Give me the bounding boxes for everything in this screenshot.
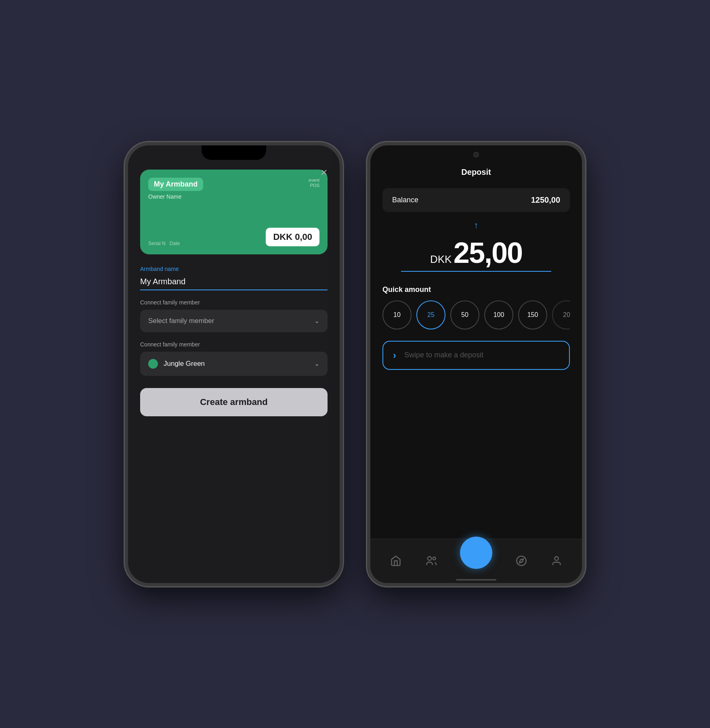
quick-amount-50[interactable]: 50 [450, 300, 479, 329]
color-dot-green [148, 359, 158, 369]
nav-home-icon[interactable] [390, 555, 401, 566]
quick-amount-label: Quick amount [382, 285, 570, 294]
amount-value: 25,00 [454, 237, 522, 269]
close-button[interactable]: ✕ [320, 168, 328, 178]
up-arrow-icon: ↑ [382, 220, 570, 231]
dropdown-arrow-icon: ⌄ [314, 317, 319, 325]
color-option: Jungle Green [148, 359, 205, 369]
card-logo: eventPOS [309, 178, 319, 188]
balance-row: Balance 1250,00 [382, 188, 570, 212]
quick-amount-10[interactable]: 10 [382, 300, 412, 329]
armband-name-input[interactable] [140, 275, 328, 290]
swipe-chevron-icon: › [393, 350, 396, 361]
svg-point-4 [555, 557, 558, 560]
amount-underline [401, 271, 551, 272]
amount-currency: DKK [430, 253, 452, 265]
nav-profile-icon[interactable] [551, 555, 562, 566]
armband-form: Armband name Connect family member Selec… [140, 266, 328, 571]
quick-amount-25[interactable]: 25 [416, 300, 445, 329]
deposit-title: Deposit [382, 168, 570, 177]
nav-compass-icon[interactable] [516, 555, 527, 566]
svg-point-2 [517, 556, 526, 565]
swipe-label: Swipe to make a deposit [404, 351, 483, 359]
balance-value: 1250,00 [531, 195, 560, 205]
iphone-screen: My Armband Owner Name eventPOS Serial N … [128, 145, 340, 583]
quick-amounts-row: 10 25 50 100 150 20 [382, 300, 570, 329]
connect-family-label-1: Connect family member [140, 299, 328, 306]
card-meta: Serial N Date [148, 241, 180, 246]
card-owner: Owner Name [148, 193, 319, 200]
family-member-dropdown[interactable]: Select family member ⌄ [140, 310, 328, 332]
card-footer: Serial N Date DKK 0,00 [148, 228, 319, 246]
armband-name-label: Armband name [140, 266, 328, 272]
svg-point-0 [427, 557, 431, 560]
card-balance-box: DKK 0,00 [266, 228, 319, 246]
svg-marker-3 [519, 559, 523, 563]
quick-amount-150[interactable]: 150 [518, 300, 547, 329]
card-balance: DKK 0,00 [273, 232, 312, 242]
color-dropdown[interactable]: Jungle Green ⌄ [140, 352, 328, 376]
quick-amount-20[interactable]: 20 [552, 300, 570, 329]
android-home-indicator [456, 579, 496, 581]
android-nav-bar [370, 539, 582, 583]
card-name: My Armband [154, 180, 197, 188]
connect-family-label-2: Connect family member [140, 341, 328, 348]
android-camera [473, 152, 479, 157]
swipe-deposit-button[interactable]: › Swipe to make a deposit [382, 341, 570, 370]
family-member-placeholder: Select family member [148, 317, 214, 325]
iphone-notch [202, 145, 266, 160]
android-screen: Deposit Balance 1250,00 ↑ DKK 25,00 Quic… [370, 145, 582, 539]
color-name: Jungle Green [164, 360, 205, 368]
amount-section: DKK 25,00 [382, 236, 570, 272]
svg-point-1 [433, 557, 435, 560]
nav-group-icon[interactable] [425, 555, 437, 566]
android-device: Deposit Balance 1250,00 ↑ DKK 25,00 Quic… [367, 142, 585, 586]
nav-center-button[interactable] [460, 537, 492, 569]
create-armband-button[interactable]: Create armband [140, 388, 328, 416]
color-dropdown-arrow-icon: ⌄ [314, 360, 319, 367]
quick-amount-100[interactable]: 100 [484, 300, 513, 329]
armband-card: My Armband Owner Name eventPOS Serial N … [140, 170, 328, 254]
card-name-badge: My Armband [148, 178, 203, 191]
balance-label: Balance [392, 196, 418, 204]
iphone-device: ✕ My Armband Owner Name eventPOS Serial … [125, 142, 343, 586]
